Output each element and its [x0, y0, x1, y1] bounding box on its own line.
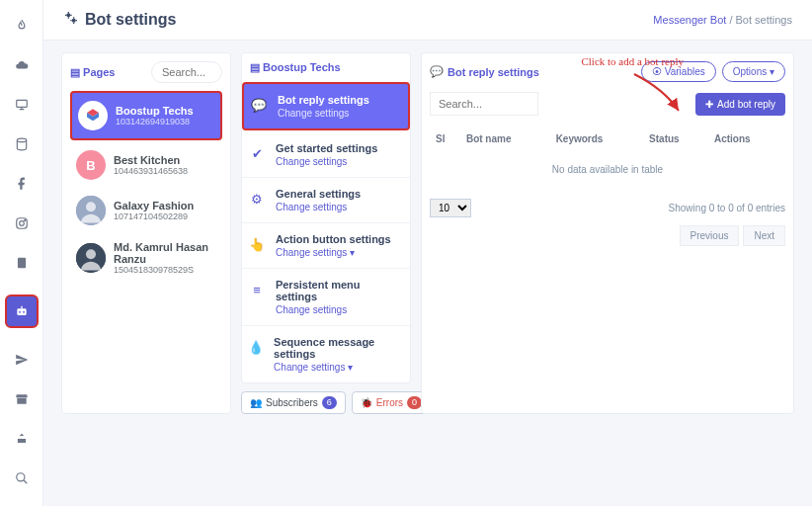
svg-point-15	[86, 249, 96, 259]
page-avatar	[76, 196, 106, 225]
flame-icon[interactable]	[14, 18, 30, 34]
setting-item[interactable]: 💧Sequence message settingsChange setting…	[242, 326, 410, 382]
svg-point-10	[66, 13, 70, 17]
setting-sub[interactable]: Change settings	[278, 108, 369, 119]
users-icon: 👥	[250, 397, 262, 408]
page-id: 107147104502289	[114, 211, 194, 221]
table-info: Showing 0 to 0 of 0 entries	[669, 203, 785, 213]
page-id: 104463931465638	[114, 166, 188, 176]
drop-icon: 💧	[248, 338, 264, 356]
setting-item[interactable]: ⚙General settingsChange settings	[242, 178, 410, 223]
page-name: Md. Kamrul Hasan Ranzu	[114, 241, 216, 265]
svg-point-9	[16, 473, 24, 481]
facebook-icon[interactable]	[14, 176, 30, 192]
settings-column: ▤ Boostup Techs 💬Bot reply settingsChang…	[241, 52, 411, 414]
prev-button[interactable]: Previous	[680, 225, 740, 246]
pointer-icon: 👆	[248, 235, 266, 253]
page-item[interactable]: Boostup Techs103142694919038	[70, 91, 222, 140]
svg-point-1	[17, 138, 26, 142]
setting-sub[interactable]: Change settings ▾	[276, 247, 391, 258]
bot-reply-panel: 💬 Bot reply settings ⦿ Variables Options…	[421, 52, 794, 414]
setting-sub[interactable]: Change settings	[276, 156, 377, 167]
page-id: 103142694919038	[116, 117, 194, 126]
page-item[interactable]: Md. Kamrul Hasan Ranzu150451830978529S	[70, 233, 222, 283]
page-name: Galaxy Fashion	[114, 200, 194, 211]
setting-title: Sequence message settings	[274, 336, 404, 360]
page-name: Best Kitchen	[114, 154, 188, 166]
setting-sub[interactable]: Change settings ▾	[274, 362, 404, 373]
setting-item[interactable]: ✔Get started settingsChange settings	[242, 132, 410, 178]
options-button[interactable]: Options ▾	[722, 61, 785, 82]
page-item[interactable]: Galaxy Fashion107147104502289	[70, 188, 222, 233]
setting-title: Bot reply settings	[278, 94, 369, 106]
reply-search-input[interactable]	[430, 92, 538, 116]
page-avatar	[78, 101, 108, 130]
svg-point-8	[23, 311, 25, 313]
svg-point-3	[19, 221, 24, 226]
table-header[interactable]: Sl	[432, 127, 460, 150]
chat-icon: 💬	[430, 65, 444, 78]
page-item[interactable]: BBest Kitchen104463931465638	[70, 142, 222, 188]
monitor-icon[interactable]	[14, 97, 30, 113]
store-icon[interactable]	[14, 391, 30, 407]
menu-icon: ≡	[248, 281, 266, 298]
svg-point-13	[86, 202, 96, 211]
left-sidebar	[0, 0, 43, 506]
send-icon[interactable]	[14, 352, 30, 368]
page-length-select[interactable]: 10	[430, 199, 471, 217]
bot-reply-title: 💬 Bot reply settings	[430, 65, 539, 78]
pages-panel-title: ▤ Pages	[70, 66, 115, 79]
main-area: Bot settings Messenger Bot / Bot setting…	[43, 0, 812, 506]
errors-pill[interactable]: 🐞 Errors 0	[352, 391, 431, 414]
page-title-text: Bot settings	[85, 11, 176, 29]
content-row: ▤ Pages Boostup Techs103142694919038BBes…	[43, 41, 812, 426]
svg-point-11	[72, 19, 76, 23]
breadcrumb-current: Bot settings	[736, 14, 792, 26]
bot-icon[interactable]	[5, 295, 39, 328]
pages-panel: ▤ Pages Boostup Techs103142694919038BBes…	[61, 52, 231, 414]
cloud-download-icon[interactable]	[14, 57, 30, 73]
subscribers-pill[interactable]: 👥 Subscribers 6	[241, 391, 346, 414]
share-icon[interactable]	[14, 431, 30, 447]
next-button[interactable]: Next	[743, 225, 785, 246]
table-header[interactable]: Keywords	[552, 127, 643, 150]
variables-button[interactable]: ⦿ Variables	[641, 61, 716, 82]
pages-search-input[interactable]	[151, 61, 222, 83]
check-icon: ✔	[248, 144, 266, 162]
setting-title: General settings	[276, 188, 361, 200]
page-avatar: B	[76, 150, 106, 180]
setting-item[interactable]: 💬Bot reply settingsChange settings	[242, 82, 410, 130]
add-bot-reply-button[interactable]: ✚ Add bot reply	[695, 93, 785, 116]
settings-panel-title: ▤ Boostup Techs	[250, 61, 341, 74]
page-id: 150451830978529S	[114, 265, 216, 275]
setting-sub[interactable]: Change settings	[276, 202, 361, 212]
setting-sub[interactable]: Change settings	[276, 304, 404, 315]
setting-item[interactable]: 👆Action button settingsChange settings ▾	[242, 223, 410, 269]
setting-title: Get started settings	[276, 142, 377, 154]
page-avatar	[76, 243, 106, 273]
table-header[interactable]: Status	[645, 127, 708, 150]
search-icon[interactable]	[14, 470, 30, 486]
bug-icon: 🐞	[361, 397, 372, 408]
table-header[interactable]: Actions	[710, 127, 783, 150]
page-name: Boostup Techs	[116, 105, 194, 117]
chat-icon: 💬	[250, 96, 268, 114]
instagram-icon[interactable]	[14, 215, 30, 231]
svg-rect-0	[16, 100, 27, 107]
table-empty: No data available in table	[432, 152, 783, 187]
gears-icon	[63, 10, 79, 30]
svg-point-4	[24, 219, 25, 220]
setting-item[interactable]: ≡Persistent menu settingsChange settings	[242, 269, 410, 326]
bot-reply-table: SlBot nameKeywordsStatusActions No data …	[430, 126, 785, 189]
breadcrumb: Messenger Bot / Bot settings	[653, 14, 792, 26]
svg-point-7	[19, 311, 21, 313]
svg-rect-6	[17, 308, 26, 315]
setting-title: Persistent menu settings	[276, 279, 404, 302]
svg-rect-5	[17, 258, 25, 269]
breadcrumb-link[interactable]: Messenger Bot	[653, 14, 726, 26]
gear-icon: ⚙	[248, 190, 266, 208]
contacts-icon[interactable]	[14, 255, 30, 271]
setting-title: Action button settings	[276, 233, 391, 245]
database-icon[interactable]	[14, 136, 30, 152]
table-header[interactable]: Bot name	[462, 127, 550, 150]
